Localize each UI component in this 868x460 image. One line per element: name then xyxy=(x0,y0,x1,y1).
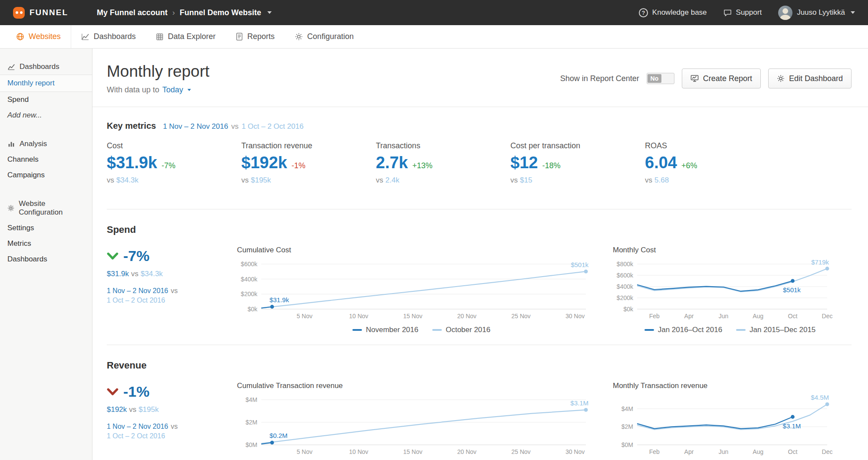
spend-summary: -7% $31.9kvs$34.3k 1 Nov – 2 Nov 2016vs … xyxy=(107,246,237,334)
key-metrics-widget: Key metrics 1 Nov – 2 Nov 2016vs1 Oct – … xyxy=(107,107,852,209)
legend-item: Jan 2015–Dec 2015 xyxy=(736,326,815,334)
date-range-previous[interactable]: 1 Oct – 2 Oct 2016 xyxy=(242,122,304,130)
vs-label: vs xyxy=(231,122,239,130)
sidebar-item-dashboards[interactable]: Dashboards xyxy=(0,251,92,267)
sidebar-item-channels[interactable]: Channels xyxy=(0,152,92,167)
data-up-to-label: With data up to xyxy=(107,85,159,95)
sidebar-section-website-configuration-label: Website Configuration xyxy=(19,199,85,217)
metric-value: $192k xyxy=(241,153,287,172)
spend-range-previous[interactable]: 1 Oct – 2 Oct 2016 xyxy=(107,297,165,304)
svg-text:15 Nov: 15 Nov xyxy=(403,313,422,320)
legend-label: November 2016 xyxy=(366,326,418,334)
sidebar-section-analysis-label: Analysis xyxy=(20,140,47,148)
sidebar-item-spend[interactable]: Spend xyxy=(0,92,92,108)
breadcrumb-separator: › xyxy=(172,8,175,17)
tab-data-explorer[interactable]: Data Explorer xyxy=(146,25,226,48)
svg-text:$31.9k: $31.9k xyxy=(270,296,289,303)
svg-text:Feb: Feb xyxy=(649,448,660,455)
trend-down-icon xyxy=(107,388,118,396)
report-center-toggle[interactable]: No xyxy=(647,73,674,84)
svg-text:$0M: $0M xyxy=(621,441,633,448)
metric-delta: +6% xyxy=(681,161,697,170)
revenue-current-value[interactable]: $192k xyxy=(107,405,127,414)
legend-item: October 2016 xyxy=(432,326,490,334)
dashboard-content: Key metrics 1 Nov – 2 Nov 2016vs1 Oct – … xyxy=(92,107,868,460)
svg-text:$501k: $501k xyxy=(571,261,589,268)
svg-text:Aug: Aug xyxy=(753,448,763,455)
legend-label: October 2016 xyxy=(446,326,490,334)
key-metrics-heading: Key metrics xyxy=(107,121,156,131)
monthly-revenue-plot: $0M$2M$4MFebAprJunAugOctDec$4.5M$3.1M xyxy=(613,393,847,458)
svg-text:Jun: Jun xyxy=(719,448,729,455)
tab-configuration[interactable]: Configuration xyxy=(285,25,364,48)
knowledge-base-link[interactable]: ? Knowledge base xyxy=(639,8,707,17)
sidebar-item-monthly-report[interactable]: Monthly report xyxy=(0,75,92,92)
metric-label: Transaction revenue xyxy=(241,141,376,150)
sidebar-section-dashboards-label: Dashboards xyxy=(20,62,59,71)
svg-text:Feb: Feb xyxy=(649,313,660,320)
chevron-down-icon xyxy=(851,11,855,14)
tab-websites[interactable]: Websites xyxy=(6,25,71,48)
legend-swatch xyxy=(736,329,746,331)
spend-heading: Spend xyxy=(107,224,852,235)
spend-current-value[interactable]: $31.9k xyxy=(107,270,129,278)
support-link[interactable]: Support xyxy=(723,8,762,17)
spend-previous-value[interactable]: $34.3k xyxy=(141,270,163,278)
spend-delta: -7% xyxy=(123,248,149,264)
toggle-knob: No xyxy=(648,74,661,83)
chevron-down-icon[interactable] xyxy=(267,11,272,14)
funnel-logo[interactable]: FUNNEL xyxy=(13,7,68,19)
globe-icon xyxy=(16,33,24,41)
metric-transactions: Transactions 2.7k+13% vs2.4k xyxy=(376,141,510,185)
avatar xyxy=(778,6,792,20)
bar-chart-icon xyxy=(7,140,15,148)
logo-text: FUNNEL xyxy=(30,8,68,17)
sidebar-section-dashboards: Dashboards xyxy=(0,59,92,75)
sidebar-item-campaigns[interactable]: Campaigns xyxy=(0,167,92,183)
svg-text:$3.1M: $3.1M xyxy=(783,422,801,430)
chevron-down-icon[interactable] xyxy=(187,89,191,91)
vs-label: vs xyxy=(645,176,652,184)
spend-range-current[interactable]: 1 Nov – 2 Nov 2016 xyxy=(107,287,168,294)
question-icon: ? xyxy=(639,8,648,17)
gear-icon xyxy=(7,204,14,212)
date-range-current[interactable]: 1 Nov – 2 Nov 2016 xyxy=(163,122,228,130)
topbar: FUNNEL My Funnel account › Funnel Demo W… xyxy=(0,0,868,25)
metric-value: $31.9k xyxy=(107,153,157,172)
metric-cost: Cost $31.9k-7% vs$34.3k xyxy=(107,141,241,185)
svg-text:$600k: $600k xyxy=(241,261,258,268)
svg-text:5 Nov: 5 Nov xyxy=(296,313,312,320)
funnel-logo-icon xyxy=(13,7,25,19)
breadcrumb-site[interactable]: Funnel Demo Website xyxy=(180,8,261,17)
spend-widget: Spend -7% $31.9kvs$34.3k 1 Nov – 2 N xyxy=(107,209,852,345)
sidebar-item-add-new[interactable]: Add new... xyxy=(0,108,92,123)
svg-text:20 Nov: 20 Nov xyxy=(457,448,477,455)
sidebar-section-analysis: Analysis xyxy=(0,136,92,152)
tab-dashboards[interactable]: Dashboards xyxy=(71,25,146,48)
line-chart-icon xyxy=(81,33,89,41)
svg-text:$600k: $600k xyxy=(617,272,634,279)
metric-delta: -1% xyxy=(292,161,306,170)
svg-text:$4M: $4M xyxy=(621,405,633,412)
knowledge-base-label: Knowledge base xyxy=(652,8,707,17)
vs-label: vs xyxy=(376,176,383,184)
svg-text:$2M: $2M xyxy=(246,419,257,426)
revenue-previous-value[interactable]: $195k xyxy=(138,405,158,414)
breadcrumb-account[interactable]: My Funnel account xyxy=(97,8,168,17)
revenue-range-current[interactable]: 1 Nov – 2 Nov 2016 xyxy=(107,423,168,430)
chart-title: Cumulative Cost xyxy=(237,246,606,254)
svg-text:$400k: $400k xyxy=(241,276,258,283)
edit-dashboard-button[interactable]: Edit Dashboard xyxy=(768,69,852,88)
sidebar-item-metrics[interactable]: Metrics xyxy=(0,236,92,251)
svg-text:$719k: $719k xyxy=(811,258,829,266)
data-up-to-selector[interactable]: Today xyxy=(162,85,183,95)
tab-reports[interactable]: Reports xyxy=(226,25,285,48)
data-up-to: With data up to Today xyxy=(107,85,210,95)
revenue-range-previous[interactable]: 1 Oct – 2 Oct 2016 xyxy=(107,432,165,440)
svg-text:$200k: $200k xyxy=(241,290,258,297)
metric-delta: +13% xyxy=(412,161,433,170)
create-report-button[interactable]: Create Report xyxy=(682,69,761,88)
svg-text:$3.1M: $3.1M xyxy=(570,399,589,407)
sidebar-item-settings[interactable]: Settings xyxy=(0,220,92,236)
user-menu[interactable]: Juuso Lyytikkä xyxy=(778,6,855,20)
